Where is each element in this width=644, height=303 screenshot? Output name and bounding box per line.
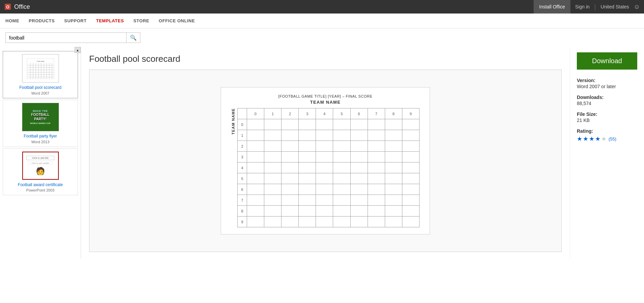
nav-home[interactable]: HOME — [5, 17, 19, 25]
version-label: Version: — [577, 78, 637, 83]
table-cell — [368, 195, 385, 206]
nav-support[interactable]: SUPPORT — [64, 17, 86, 25]
table-cell — [402, 184, 419, 195]
table-header-row: 0 1 2 3 4 5 6 7 8 9 — [238, 108, 420, 119]
table-cell — [402, 152, 419, 162]
table-cell — [247, 184, 264, 195]
top-bar-right: Install Office Sign in | United States ☺ — [534, 0, 640, 14]
team-name-vertical: TEAM NAME — [231, 108, 235, 138]
table-cell — [247, 173, 264, 184]
nav-store[interactable]: STORE — [133, 17, 149, 25]
table-cell — [402, 141, 419, 152]
table-cell — [402, 206, 419, 217]
table-cell — [333, 152, 350, 162]
downloads-value: 88,574 — [577, 101, 637, 106]
table-cell — [247, 152, 264, 162]
table-cell — [281, 119, 299, 130]
table-cell — [368, 184, 385, 195]
region-label[interactable]: United States — [596, 4, 634, 9]
row-header-5: 5 — [238, 173, 247, 184]
table-row: 2 — [238, 141, 420, 152]
table-cell — [247, 141, 264, 152]
table-cell — [333, 184, 350, 195]
rating-count[interactable]: (55) — [609, 136, 616, 142]
svg-text:O: O — [6, 5, 9, 9]
star-filled: ★ — [583, 135, 588, 143]
table-row: 5 — [238, 173, 420, 184]
star-half: ★ — [595, 135, 600, 143]
sign-in-link[interactable]: Sign in — [570, 4, 594, 9]
row-header-7: 7 — [238, 195, 247, 206]
row-header-3: 3 — [238, 152, 247, 162]
nav-products[interactable]: PRODUCTS — [29, 17, 55, 25]
table-cell — [368, 141, 385, 152]
install-office-button[interactable]: Install Office — [534, 0, 570, 14]
col-header-2: 2 — [281, 108, 299, 119]
table-cell — [264, 184, 281, 195]
table-cell — [299, 141, 316, 152]
table-cell — [368, 173, 385, 184]
table-cell — [264, 119, 281, 130]
table-cell — [350, 141, 368, 152]
table-cell — [402, 217, 419, 227]
table-cell — [350, 119, 368, 130]
col-header-6: 6 — [350, 108, 368, 119]
col-header-4: 4 — [316, 108, 333, 119]
row-header-2: 2 — [238, 141, 247, 152]
col-header-7: 7 — [368, 108, 385, 119]
sidebar-item-scorecard[interactable]: TEAM NAME — [3, 51, 78, 98]
table-cell — [316, 184, 333, 195]
table-cell — [316, 173, 333, 184]
sidebar-scroll-up-button[interactable]: ▲ — [75, 47, 81, 53]
office-logo-icon: O — [4, 3, 11, 10]
table-cell — [316, 217, 333, 227]
smiley-icon[interactable]: ☺ — [634, 3, 640, 10]
table-cell — [281, 206, 299, 217]
table-cell — [264, 206, 281, 217]
filesize-section: File Size: 21 KB — [577, 111, 637, 123]
downloads-section: Downloads: 88,574 — [577, 95, 637, 106]
center-content: Football pool scorecard [FOOTBALL GAME T… — [81, 47, 570, 259]
star-filled: ★ — [589, 135, 594, 143]
table-row: 9 — [238, 217, 420, 227]
sidebar-thumb-scorecard: TEAM NAME — [22, 54, 59, 83]
table-cell — [402, 130, 419, 141]
table-cell — [350, 152, 368, 162]
table-cell — [316, 195, 333, 206]
sidebar-item-sub-award: PowerPoint 2003 — [7, 188, 74, 192]
row-header-8: 8 — [238, 206, 247, 217]
sidebar-item-party-flyer[interactable]: MAKE THE FOOTBALL PARTY! WORLD SERIES CU… — [3, 100, 78, 147]
table-cell — [247, 206, 264, 217]
table-cell — [264, 217, 281, 227]
table-cell — [402, 119, 419, 130]
download-button[interactable]: Download — [577, 52, 637, 70]
version-section: Version: Word 2007 or later — [577, 78, 637, 89]
table-row: 8 — [238, 206, 420, 217]
table-cell — [333, 141, 350, 152]
nav-office-online[interactable]: OFFICE ONLINE — [159, 17, 195, 25]
table-cell — [350, 130, 368, 141]
table-cell — [264, 173, 281, 184]
col-header-8: 8 — [385, 108, 402, 119]
office-logo-area: O Office — [4, 3, 30, 10]
scorecard-tbody: 0123456789 — [238, 119, 420, 227]
col-header-5: 5 — [333, 108, 350, 119]
search-container: 🔍 — [5, 32, 140, 43]
col-header-0: 0 — [247, 108, 264, 119]
sidebar-item-award[interactable]: Click to add title Click to add subtitle… — [3, 148, 78, 196]
table-cell — [350, 162, 368, 173]
sidebar-item-sub-scorecard: Word 2007 — [7, 91, 74, 95]
rating-section: Rating: ★★★★★(55) — [577, 128, 637, 143]
table-cell — [350, 206, 368, 217]
table-cell — [299, 130, 316, 141]
nav-templates[interactable]: TEMPLATES — [96, 17, 124, 25]
search-button[interactable]: 🔍 — [126, 33, 140, 43]
search-bar: 🔍 — [0, 28, 644, 47]
table-cell — [316, 206, 333, 217]
search-input[interactable] — [6, 33, 126, 43]
table-cell — [281, 130, 299, 141]
table-row: 4 — [238, 162, 420, 173]
table-cell — [385, 119, 402, 130]
table-cell — [333, 130, 350, 141]
table-cell — [333, 162, 350, 173]
